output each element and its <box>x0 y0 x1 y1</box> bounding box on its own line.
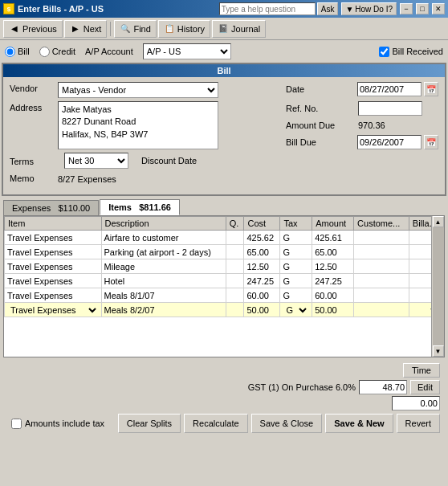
item-cell[interactable]: Travel Expenses <box>5 274 102 288</box>
date-input[interactable] <box>357 82 422 96</box>
journal-button[interactable]: 📓 Journal <box>212 20 266 38</box>
maximize-button[interactable]: □ <box>416 3 429 14</box>
description-cell[interactable]: Mileage <box>101 259 226 274</box>
terms-select[interactable]: Net 30 <box>64 153 128 169</box>
qty-cell[interactable] <box>226 231 244 245</box>
cost-cell[interactable]: 247.25 <box>244 274 280 288</box>
amount-cell[interactable]: 60.00 <box>312 288 354 303</box>
table-header: Item Description Q. Cost Tax Amount Cust… <box>5 217 444 231</box>
table-row[interactable]: Travel ExpensesMileage12.50G12.50 <box>5 259 444 274</box>
qty-cell[interactable] <box>226 288 244 303</box>
customer-cell[interactable] <box>354 288 409 303</box>
tax-cell[interactable]: G <box>280 231 312 245</box>
table-row[interactable]: Travel ExpensesAirfare to customer425.62… <box>5 231 444 245</box>
address-textarea[interactable]: Jake Matyas 8227 Dunant Road Halifax, NS… <box>58 101 218 149</box>
bill-radio-label[interactable]: Bill <box>5 47 30 57</box>
cost-cell[interactable]: 50.00 <box>244 303 280 317</box>
date-calendar-button[interactable]: 📅 <box>424 82 438 96</box>
bill-columns: Vendor Matyas - Vendor Address Jake Maty… <box>10 82 438 190</box>
amount-cell[interactable]: 425.61 <box>312 231 354 245</box>
item-cell[interactable]: Travel Expenses <box>5 303 102 317</box>
previous-button[interactable]: ◀ Previous <box>3 20 63 38</box>
cost-cell[interactable]: 425.62 <box>244 231 280 245</box>
description-cell[interactable]: Meals 8/1/07 <box>101 288 226 303</box>
customer-cell[interactable] <box>354 303 409 317</box>
minimize-button[interactable]: − <box>400 3 413 14</box>
vendor-select[interactable]: Matyas - Vendor <box>58 82 218 98</box>
ask-button[interactable]: Ask <box>317 2 339 15</box>
save-new-button[interactable]: Save & New <box>325 414 393 433</box>
cost-cell[interactable]: 60.00 <box>244 288 280 303</box>
bill-due-calendar-button[interactable]: 📅 <box>424 135 438 149</box>
scroll-up-arrow[interactable]: ▲ <box>433 216 444 227</box>
time-button[interactable]: Time <box>403 363 440 378</box>
qty-cell[interactable] <box>226 274 244 288</box>
cost-cell[interactable]: 65.00 <box>244 245 280 259</box>
bill-radio[interactable] <box>5 47 15 57</box>
clear-splits-button[interactable]: Clear Splits <box>118 414 181 433</box>
amount-due-label: Amount Due <box>286 120 358 130</box>
bill-right: Date 📅 Ref. No. Amount Due 970.36 Bill D… <box>278 82 438 190</box>
table-scrollbar[interactable]: ▲ ▼ <box>431 216 444 357</box>
table-row[interactable]: Travel ExpensesParking (at airport - 2 d… <box>5 245 444 259</box>
item-cell[interactable]: Travel Expenses <box>5 259 102 274</box>
tab-expenses[interactable]: Expenses $110.00 <box>3 200 99 215</box>
table-row[interactable]: Travel ExpensesHotel247.25G247.25 <box>5 274 444 288</box>
description-cell[interactable]: Hotel <box>101 274 226 288</box>
ap-account-select[interactable]: A/P - US <box>143 43 231 59</box>
help-input[interactable] <box>219 2 316 15</box>
qty-cell[interactable] <box>226 245 244 259</box>
table-row[interactable]: Travel ExpensesMeals 8/1/0760.00G60.00 <box>5 288 444 303</box>
edit-button[interactable]: Edit <box>410 380 440 394</box>
howdo-button[interactable]: ▼ How Do I? <box>341 2 397 15</box>
find-button[interactable]: 🔍 Find <box>114 20 156 38</box>
revert-button[interactable]: Revert <box>397 414 440 433</box>
description-cell[interactable]: Airfare to customer <box>101 231 226 245</box>
amount-cell[interactable]: 65.00 <box>312 245 354 259</box>
amount-cell[interactable]: 50.00 <box>312 303 354 317</box>
table-row[interactable]: Travel ExpensesMeals 8/2/0750.00G50.00 <box>5 303 444 317</box>
description-cell[interactable]: Meals 8/2/07 <box>101 303 226 317</box>
memo-row: Memo <box>10 172 278 186</box>
memo-input[interactable] <box>58 172 218 186</box>
recalculate-button[interactable]: Recalculate <box>184 414 247 433</box>
customer-cell[interactable] <box>354 274 409 288</box>
history-button[interactable]: 📋 History <box>158 20 210 38</box>
cost-cell[interactable]: 12.50 <box>244 259 280 274</box>
table-body: Travel ExpensesAirfare to customer425.62… <box>5 231 444 317</box>
description-cell[interactable]: Parking (at airport - 2 days) <box>101 245 226 259</box>
customer-cell[interactable] <box>354 259 409 274</box>
item-cell[interactable]: Travel Expenses <box>5 245 102 259</box>
amount-cell[interactable]: 12.50 <box>312 259 354 274</box>
bill-due-input[interactable] <box>357 135 422 149</box>
tax-cell[interactable]: G <box>280 259 312 274</box>
bill-panel-title: Bill <box>3 64 445 77</box>
scroll-down-arrow[interactable]: ▼ <box>433 345 444 357</box>
col-qty: Q. <box>226 217 244 231</box>
close-button[interactable]: ✕ <box>432 3 445 14</box>
tax-cell[interactable]: G <box>280 274 312 288</box>
credit-radio[interactable] <box>39 47 50 57</box>
amounts-tax-label[interactable]: Amounts include tax <box>11 419 104 429</box>
qty-cell[interactable] <box>226 259 244 274</box>
window-title: Enter Bills - A/P - US <box>18 4 104 14</box>
tax-cell[interactable]: G <box>280 245 312 259</box>
tab-items[interactable]: Items $811.66 <box>100 199 180 215</box>
item-cell[interactable]: Travel Expenses <box>5 231 102 245</box>
tax-select[interactable]: G <box>283 304 309 316</box>
customer-cell[interactable] <box>354 245 409 259</box>
qty-cell[interactable] <box>226 303 244 317</box>
credit-radio-label[interactable]: Credit <box>39 47 75 57</box>
bill-received-checkbox[interactable] <box>379 47 389 57</box>
next-button[interactable]: ▶ Next <box>64 20 108 38</box>
amounts-tax-checkbox[interactable] <box>11 419 22 429</box>
refno-input[interactable] <box>358 101 422 116</box>
customer-cell[interactable] <box>354 231 409 245</box>
item-cell[interactable]: Travel Expenses <box>5 288 102 303</box>
save-close-button[interactable]: Save & Close <box>251 414 323 433</box>
amount-cell[interactable]: 247.25 <box>312 274 354 288</box>
bill-received-label[interactable]: Bill Received <box>379 47 443 57</box>
tax-cell[interactable]: G <box>280 303 312 317</box>
tax-cell[interactable]: G <box>280 288 312 303</box>
item-select[interactable]: Travel Expenses <box>7 304 99 316</box>
